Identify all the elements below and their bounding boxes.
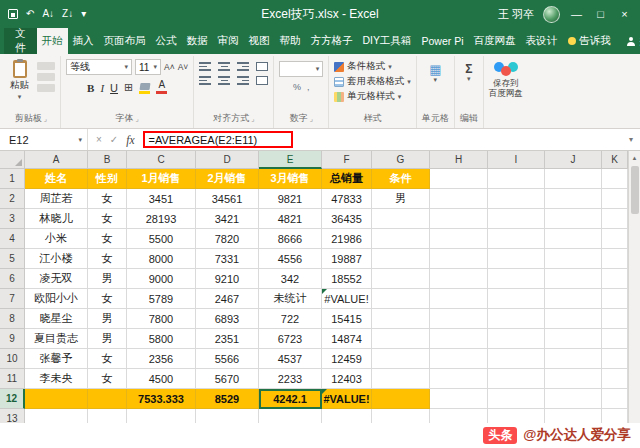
cells-dropdown-icon[interactable]: ▾ [434,76,438,84]
cell-C8[interactable]: 7800 [127,309,196,329]
cell-F3[interactable]: 36435 [322,209,372,229]
cell-G9[interactable] [372,329,430,349]
maximize-button[interactable]: □ [593,9,608,20]
select-all-corner[interactable] [0,151,25,169]
scroll-up-icon[interactable]: ▲ [629,151,640,164]
cell-F7[interactable]: #VALUE! [322,289,372,309]
cell-A10[interactable]: 张馨予 [25,349,88,369]
row-header-12[interactable]: 12 [0,389,25,409]
cell-F10[interactable]: 12459 [322,349,372,369]
number-format-combo[interactable]: ▾ [279,61,323,77]
cell-I5[interactable] [488,249,545,269]
cell-B10[interactable]: 女 [88,349,127,369]
cell-H12[interactable] [430,389,488,409]
tab-插入[interactable]: 插入 [68,28,99,54]
cell-K6[interactable] [602,269,628,289]
cell-B9[interactable]: 男 [88,329,127,349]
row-header-3[interactable]: 3 [0,209,25,229]
cell-J9[interactable] [545,329,602,349]
font-name-combo[interactable]: 等线▾ [66,59,132,75]
cell-J2[interactable] [545,189,602,209]
cell-H1[interactable] [430,169,488,189]
wrap-text-icon[interactable] [256,62,268,71]
format-as-table-button[interactable]: 套用表格格式▾ [334,75,411,88]
cell-J4[interactable] [545,229,602,249]
cell-E10[interactable]: 4537 [259,349,322,369]
cell-H2[interactable] [430,189,488,209]
font-size-dropdown-icon[interactable]: ▾ [153,63,157,71]
cell-E4[interactable]: 8666 [259,229,322,249]
cell-F13[interactable] [322,409,372,423]
column-header-D[interactable]: D [196,151,259,169]
tab-页面布局[interactable]: 页面布局 [99,28,151,54]
comma-style-icon[interactable]: , [307,82,310,92]
cell-E9[interactable]: 6723 [259,329,322,349]
cell-H8[interactable] [430,309,488,329]
cell-A8[interactable]: 晓星尘 [25,309,88,329]
tab-审阅[interactable]: 审阅 [213,28,244,54]
tab-百度网盘[interactable]: 百度网盘 [469,28,521,54]
cell-C7[interactable]: 5789 [127,289,196,309]
cell-D13[interactable] [196,409,259,423]
middle-align-icon[interactable] [218,62,230,71]
cell-A5[interactable]: 江小楼 [25,249,88,269]
column-header-C[interactable]: C [127,151,196,169]
cell-K1[interactable] [602,169,628,189]
cell-K3[interactable] [602,209,628,229]
cell-B4[interactable]: 女 [88,229,127,249]
formula-input[interactable]: =AVERAGEA(E2:E11) [143,131,622,148]
cell-F6[interactable]: 18552 [322,269,372,289]
paste-button[interactable]: 粘贴 ▾ [7,59,32,102]
close-button[interactable]: × [617,9,632,20]
cell-B1[interactable]: 性别 [88,169,127,189]
cell-E8[interactable]: 722 [259,309,322,329]
font-size-combo[interactable]: 11▾ [135,59,161,75]
cell-A2[interactable]: 周芷若 [25,189,88,209]
cell-C3[interactable]: 28193 [127,209,196,229]
cell-K13[interactable] [602,409,628,423]
cell-C6[interactable]: 9000 [127,269,196,289]
tab-表设计[interactable]: 表设计 [521,28,563,54]
cell-styles-button[interactable]: 单元格样式▾ [334,90,411,103]
cell-K2[interactable] [602,189,628,209]
conditional-formatting-button[interactable]: 条件格式▾ [334,60,411,73]
tab-帮助[interactable]: 帮助 [275,28,306,54]
row-header-11[interactable]: 11 [0,369,25,389]
cell-G11[interactable] [372,369,430,389]
bottom-align-icon[interactable] [237,62,249,71]
cell-J5[interactable] [545,249,602,269]
merge-center-icon[interactable] [256,76,268,85]
tab-Power Pi[interactable]: Power Pi [417,28,469,54]
cell-I10[interactable] [488,349,545,369]
column-header-E[interactable]: E [259,151,322,169]
cell-G2[interactable]: 男 [372,189,430,209]
cell-K9[interactable] [602,329,628,349]
baidu-cloud-icon[interactable] [494,61,518,76]
cell-I1[interactable] [488,169,545,189]
cell-F4[interactable]: 21986 [322,229,372,249]
name-box-dropdown-icon[interactable]: ▾ [78,136,82,144]
cell-K5[interactable] [602,249,628,269]
cell-D6[interactable]: 9210 [196,269,259,289]
cell-J8[interactable] [545,309,602,329]
insert-function-icon[interactable]: fx [126,134,134,146]
cell-G8[interactable] [372,309,430,329]
cell-I7[interactable] [488,289,545,309]
cell-H10[interactable] [430,349,488,369]
cell-C4[interactable]: 5500 [127,229,196,249]
row-header-1[interactable]: 1 [0,169,25,189]
column-header-G[interactable]: G [372,151,430,169]
tab-视图[interactable]: 视图 [244,28,275,54]
borders-icon[interactable]: ⊞ [124,81,133,94]
cell-K10[interactable] [602,349,628,369]
cell-B7[interactable]: 女 [88,289,127,309]
cells-icon[interactable]: ▦ [429,63,441,76]
cell-A11[interactable]: 李未央 [25,369,88,389]
cell-E3[interactable]: 4821 [259,209,322,229]
cell-J13[interactable] [545,409,602,423]
cell-E13[interactable] [259,409,322,423]
underline-button[interactable]: U [110,82,118,94]
cell-E5[interactable]: 4556 [259,249,322,269]
cell-F11[interactable]: 12403 [322,369,372,389]
cell-B2[interactable]: 女 [88,189,127,209]
